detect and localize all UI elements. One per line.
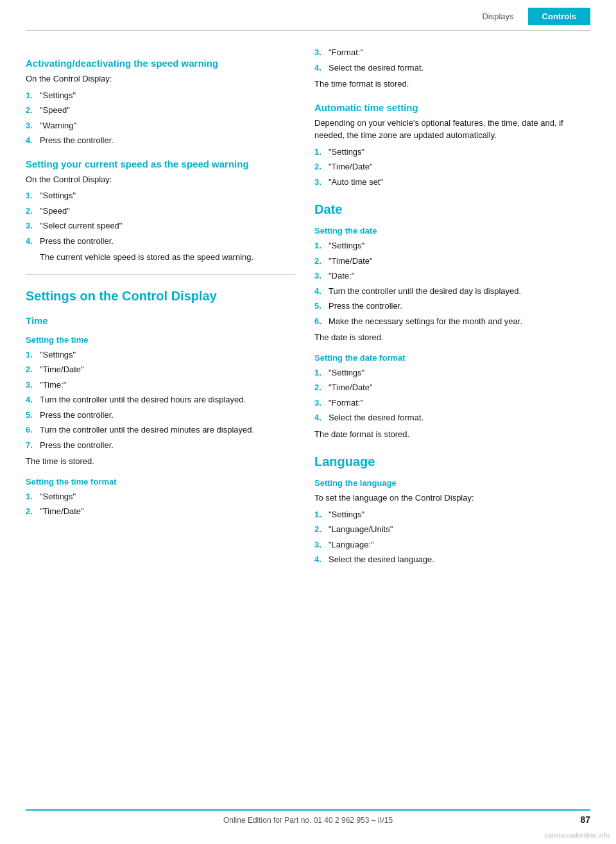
list-item: 4.Press the controller. [26, 235, 295, 248]
list-item: 6.Make the necessary settings for the mo… [314, 315, 584, 328]
list-item: 2."Time/Date" [314, 255, 584, 268]
list-item: 4.Select the desired format. [314, 411, 584, 424]
list-item: 1."Settings" [26, 490, 295, 503]
section1-steps: 1."Settings" 2."Speed" 3."Warning" 4.Pre… [26, 89, 295, 147]
list-item: 1."Settings" [314, 146, 584, 159]
footer-text: Online Edition for Part no. 01 40 2 962 … [223, 816, 393, 825]
list-item: 4.Turn the controller until the desired … [26, 393, 295, 406]
section-heading-activate-speed: Activating/deactivating the speed warnin… [26, 58, 295, 69]
setting-date-steps: 1."Settings" 2."Time/Date" 3."Date:" 4.T… [314, 239, 584, 327]
section-heading-date: Date [314, 202, 584, 217]
list-item: 5.Press the controller. [314, 300, 584, 313]
list-item: 1."Settings" [314, 239, 584, 252]
list-item: 4.Select the desired format. [314, 62, 584, 74]
section2-note: The current vehicle speed is stored as t… [26, 251, 295, 264]
divider [26, 274, 295, 275]
tab-controls[interactable]: Controls [528, 8, 590, 25]
list-item: 3."Date:" [314, 270, 584, 282]
section-heading-set-speed: Setting your current speed as the speed … [26, 159, 295, 169]
section2-intro: On the Control Display: [26, 173, 295, 186]
list-item: 5.Press the controller. [26, 409, 295, 422]
language-intro: To set the language on the Control Displ… [314, 492, 584, 504]
time-format-steps-right: 3."Format:" 4.Select the desired format. [314, 46, 584, 74]
footer: Online Edition for Part no. 01 40 2 962 … [26, 809, 590, 825]
list-item: 2."Time/Date" [314, 381, 584, 394]
list-item: 2."Speed" [26, 205, 295, 218]
list-item: 2."Time/Date" [26, 363, 295, 376]
list-item: 4.Select the desired language. [314, 553, 584, 566]
sub-heading-date-format: Setting the date format [314, 353, 584, 363]
section2-steps: 1."Settings" 2."Speed" 3."Select current… [26, 189, 295, 247]
sub-heading-setting-time: Setting the time [26, 335, 295, 345]
list-item: 3."Time:" [26, 379, 295, 392]
setting-time-steps: 1."Settings" 2."Time/Date" 3."Time:" 4.T… [26, 349, 295, 452]
list-item: 6.Turn the controller until the desired … [26, 424, 295, 436]
list-item: 3."Format:" [314, 46, 584, 59]
header-tab-group: Displays Controls [468, 8, 590, 25]
auto-time-intro: Depending on your vehicle's optional fea… [314, 117, 584, 142]
section-heading-language: Language [314, 454, 584, 469]
section-heading-time: Time [26, 315, 295, 326]
list-item: 3."Format:" [314, 397, 584, 409]
sub-heading-time-format: Setting the time format [26, 477, 295, 487]
time-stored: The time is stored. [26, 455, 295, 468]
tab-displays[interactable]: Displays [468, 8, 527, 25]
list-item: 2."Time/Date" [26, 505, 295, 518]
list-item: 1."Settings" [314, 508, 584, 521]
list-item: 3."Language:" [314, 538, 584, 551]
list-item: 1."Settings" [26, 89, 295, 102]
right-column: 3."Format:" 4.Select the desired format.… [314, 46, 584, 570]
list-item: 1."Settings" [314, 366, 584, 379]
section1-intro: On the Control Display: [26, 73, 295, 85]
left-column: Activating/deactivating the speed warnin… [26, 46, 295, 570]
language-steps: 1."Settings" 2."Language/Units" 3."Langu… [314, 508, 584, 566]
list-item: 3."Auto time set" [314, 176, 584, 189]
list-item: 2."Language/Units" [314, 523, 584, 536]
list-item: 3."Select current speed" [26, 220, 295, 232]
date-format-steps: 1."Settings" 2."Time/Date" 3."Format:" 4… [314, 366, 584, 424]
watermark: carmanualonline.info [544, 831, 610, 839]
section-heading-settings-control: Settings on the Control Display [26, 289, 295, 304]
page-header: Displays Controls [26, 0, 590, 31]
date-stored: The date is stored. [314, 331, 584, 344]
sub-heading-setting-date: Setting the date [314, 226, 584, 236]
time-format-steps-left: 1."Settings" 2."Time/Date" [26, 490, 295, 518]
sub-heading-setting-language: Setting the language [314, 478, 584, 488]
list-item: 2."Time/Date" [314, 160, 584, 173]
list-item: 3."Warning" [26, 119, 295, 132]
list-item: 4.Turn the controller until the desired … [314, 285, 584, 298]
list-item: 4.Press the controller. [26, 134, 295, 147]
list-item: 7.Press the controller. [26, 439, 295, 452]
date-format-stored: The date format is stored. [314, 428, 584, 441]
auto-time-steps: 1."Settings" 2."Time/Date" 3."Auto time … [314, 146, 584, 189]
list-item: 2."Speed" [26, 104, 295, 117]
main-content: Activating/deactivating the speed warnin… [0, 31, 616, 570]
list-item: 1."Settings" [26, 189, 295, 202]
page-number: 87 [580, 814, 590, 825]
list-item: 1."Settings" [26, 349, 295, 361]
time-format-stored: The time format is stored. [314, 78, 584, 90]
section-heading-auto-time: Automatic time setting [314, 102, 584, 113]
